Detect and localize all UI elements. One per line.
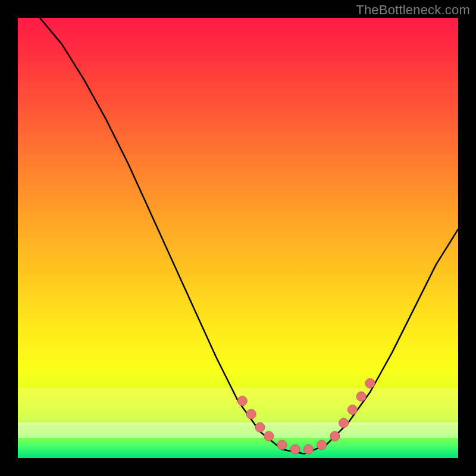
curve-marker <box>264 431 274 441</box>
curve-marker <box>237 396 247 406</box>
curve-marker <box>339 418 349 428</box>
curve-marker <box>255 422 265 432</box>
curve-marker <box>246 409 256 419</box>
plot-area <box>18 18 458 458</box>
curve-marker <box>365 378 375 388</box>
curve-marker <box>347 405 357 415</box>
curve-markers <box>237 378 375 454</box>
curve-layer <box>18 18 458 458</box>
bottleneck-curve <box>40 18 458 454</box>
curve-marker <box>330 431 340 441</box>
curve-marker <box>277 440 287 450</box>
watermark-text: TheBottleneck.com <box>356 2 470 18</box>
curve-marker <box>303 444 313 454</box>
curve-marker <box>317 440 327 450</box>
chart-stage: TheBottleneck.com <box>0 0 476 476</box>
curve-marker <box>356 392 366 401</box>
curve-marker <box>290 444 300 454</box>
